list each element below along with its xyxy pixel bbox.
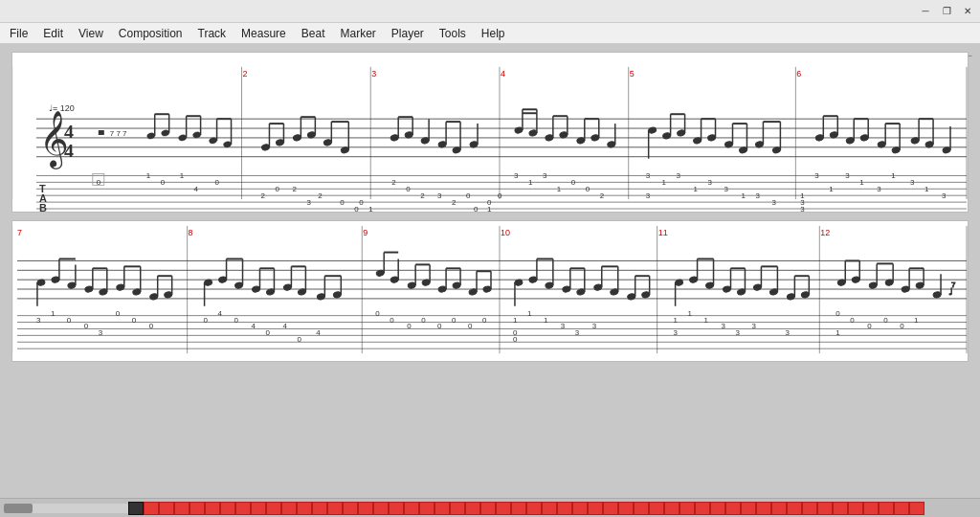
svg-text:1: 1 bbox=[528, 178, 533, 187]
svg-text:2: 2 bbox=[420, 191, 425, 200]
beat-cell bbox=[833, 502, 848, 515]
svg-text:0: 0 bbox=[498, 191, 502, 200]
svg-text:4: 4 bbox=[194, 185, 199, 193]
beat-cell bbox=[634, 502, 649, 515]
svg-text:0: 0 bbox=[390, 316, 394, 325]
score-sheet-bottom: 7 8 9 10 11 12 bbox=[11, 220, 969, 362]
svg-text:0: 0 bbox=[204, 316, 209, 325]
beat-cell bbox=[480, 502, 496, 515]
svg-text:9: 9 bbox=[363, 228, 368, 237]
content-area: ⌐ Intro bbox=[0, 44, 980, 498]
beat-cell bbox=[664, 502, 679, 515]
music-notation-top: 𝄞 4 4 ♩= 120 T A B 2 3 4 5 6 7 7 7 bbox=[12, 53, 968, 212]
svg-text:0: 0 bbox=[468, 323, 473, 331]
beat-cell bbox=[144, 502, 159, 515]
svg-text:1: 1 bbox=[487, 205, 492, 212]
menu-beat[interactable]: Beat bbox=[296, 25, 331, 42]
svg-text:B: B bbox=[39, 202, 47, 212]
svg-text:0: 0 bbox=[407, 323, 412, 331]
svg-text:0: 0 bbox=[132, 316, 137, 325]
music-notation-bottom: 7 8 9 10 11 12 bbox=[12, 221, 968, 361]
svg-text:1: 1 bbox=[513, 316, 518, 325]
svg-text:4: 4 bbox=[282, 323, 287, 331]
svg-text:3: 3 bbox=[735, 328, 740, 337]
beat-cell bbox=[434, 502, 450, 515]
menu-marker[interactable]: Marker bbox=[334, 25, 381, 42]
svg-text:0: 0 bbox=[513, 335, 518, 344]
scroll-thumb[interactable] bbox=[4, 504, 33, 513]
svg-text:1: 1 bbox=[368, 205, 373, 212]
svg-text:3: 3 bbox=[437, 191, 442, 200]
beat-cell bbox=[281, 502, 297, 515]
beat-cell bbox=[588, 502, 603, 515]
svg-text:3: 3 bbox=[674, 328, 679, 337]
menu-help[interactable]: Help bbox=[476, 25, 511, 42]
svg-text:5: 5 bbox=[630, 69, 635, 79]
svg-text:3: 3 bbox=[724, 185, 729, 193]
svg-text:1: 1 bbox=[694, 185, 699, 193]
menu-tools[interactable]: Tools bbox=[434, 25, 472, 42]
restore-button[interactable]: ❐ bbox=[938, 3, 955, 20]
svg-text:1: 1 bbox=[527, 309, 532, 318]
svg-text:1: 1 bbox=[146, 171, 151, 180]
beat-cell bbox=[266, 502, 281, 515]
svg-text:12: 12 bbox=[820, 228, 830, 237]
beat-cell bbox=[603, 502, 618, 515]
beat-cell bbox=[235, 502, 251, 515]
beat-cell bbox=[848, 502, 863, 515]
svg-text:7 7 7: 7 7 7 bbox=[110, 129, 127, 138]
svg-text:0: 0 bbox=[452, 316, 457, 325]
menu-composition[interactable]: Composition bbox=[113, 25, 189, 42]
svg-text:0: 0 bbox=[116, 309, 121, 318]
svg-text:1: 1 bbox=[741, 191, 746, 200]
svg-text:3: 3 bbox=[371, 69, 376, 79]
beat-cell bbox=[679, 502, 695, 515]
close-button[interactable]: ✕ bbox=[959, 3, 976, 20]
beat-cell bbox=[404, 502, 419, 515]
score-sheet-top: Intro 𝄞 bbox=[11, 52, 969, 213]
svg-text:0: 0 bbox=[149, 323, 154, 331]
beat-cell bbox=[725, 502, 741, 515]
menu-track[interactable]: Track bbox=[192, 25, 233, 42]
svg-text:4: 4 bbox=[218, 309, 223, 318]
scroll-track[interactable] bbox=[4, 504, 128, 513]
svg-text:6: 6 bbox=[796, 69, 801, 79]
beat-cell bbox=[618, 502, 634, 515]
svg-text:1: 1 bbox=[704, 316, 709, 325]
beat-cell bbox=[879, 502, 894, 515]
beat-cell bbox=[710, 502, 725, 515]
beat-cell bbox=[189, 502, 205, 515]
minimize-button[interactable]: ─ bbox=[917, 3, 934, 20]
svg-text:0: 0 bbox=[375, 309, 380, 318]
svg-text:0: 0 bbox=[234, 316, 239, 325]
svg-text:4: 4 bbox=[252, 323, 256, 331]
svg-text:3: 3 bbox=[800, 205, 805, 212]
svg-text:1: 1 bbox=[674, 316, 679, 325]
svg-text:0: 0 bbox=[161, 178, 166, 187]
svg-text:0: 0 bbox=[359, 198, 364, 207]
svg-text:♩= 120: ♩= 120 bbox=[49, 103, 75, 113]
menu-measure[interactable]: Measure bbox=[235, 25, 292, 42]
svg-text:2: 2 bbox=[318, 191, 323, 200]
beat-cell bbox=[787, 502, 802, 515]
svg-text:1: 1 bbox=[51, 309, 56, 318]
svg-text:0: 0 bbox=[67, 316, 72, 325]
menu-file[interactable]: File bbox=[4, 25, 33, 42]
beat-cell bbox=[312, 502, 327, 515]
menu-edit[interactable]: Edit bbox=[37, 25, 69, 42]
svg-text:0: 0 bbox=[275, 185, 279, 193]
menu-view[interactable]: View bbox=[73, 25, 109, 42]
beat-cell bbox=[220, 502, 235, 515]
svg-text:1: 1 bbox=[829, 185, 834, 193]
svg-text:11: 11 bbox=[658, 228, 668, 237]
svg-text:0: 0 bbox=[482, 316, 487, 325]
svg-text:3: 3 bbox=[514, 171, 519, 180]
svg-text:1: 1 bbox=[557, 185, 562, 193]
menu-player[interactable]: Player bbox=[386, 25, 430, 42]
svg-text:0: 0 bbox=[850, 316, 855, 325]
beat-cell bbox=[542, 502, 557, 515]
svg-rect-31 bbox=[99, 130, 104, 135]
svg-text:10: 10 bbox=[501, 228, 510, 237]
beat-cell bbox=[526, 502, 542, 515]
beat-cell bbox=[511, 502, 526, 515]
